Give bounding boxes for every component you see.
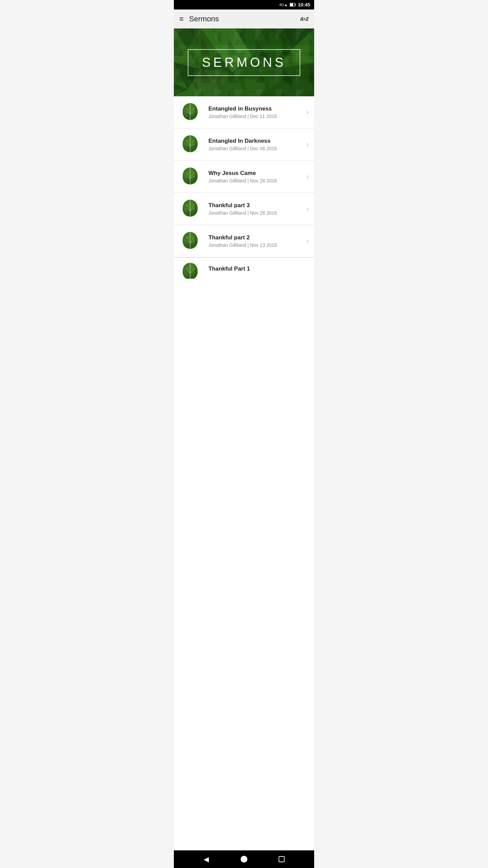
sermon-title: Entangled in Busyness bbox=[208, 105, 304, 112]
sermon-info: Entangled In Darkness Jonathan Gilliland… bbox=[208, 138, 304, 151]
sermon-title: Why Jesus Came bbox=[208, 170, 304, 177]
sermon-meta: Jonathan Gilliland | Dec 06 2016 bbox=[208, 146, 304, 151]
chevron-right-icon: › bbox=[306, 204, 309, 213]
sermon-item[interactable]: Entangled In Darkness Jonathan Gilliland… bbox=[174, 129, 314, 161]
time-display: 10:45 bbox=[298, 2, 310, 7]
sermon-speaker: Jonathan Gilliland bbox=[208, 114, 246, 119]
sermon-thumbnail bbox=[179, 197, 203, 221]
sermon-speaker: Jonathan Gilliland bbox=[208, 146, 246, 151]
hero-sermons-box: SERMONS bbox=[188, 49, 300, 76]
bottom-navigation-bar: ◀ bbox=[174, 850, 314, 868]
sermon-date: Nov 28 2016 bbox=[250, 178, 277, 183]
home-circle-icon bbox=[240, 855, 248, 863]
hero-banner: SERMONS bbox=[174, 28, 314, 96]
sermon-meta: Jonathan Gilliland | Nov 28 2016 bbox=[208, 210, 304, 216]
sermon-meta: Jonathan Gilliland | Nov 28 2016 bbox=[208, 178, 304, 183]
sermon-info: Thankful part 2 Jonathan Gilliland | Nov… bbox=[208, 234, 304, 248]
svg-rect-2 bbox=[290, 3, 293, 6]
sermon-title: Thankful part 3 bbox=[208, 202, 304, 209]
sermon-date: Nov 28 2016 bbox=[250, 210, 277, 216]
sermon-speaker: Jonathan Gilliland bbox=[208, 210, 246, 216]
hamburger-menu-icon[interactable]: ≡ bbox=[179, 15, 184, 23]
home-button[interactable] bbox=[237, 852, 251, 867]
chevron-right-icon: › bbox=[306, 172, 309, 181]
sermon-thumbnail bbox=[179, 133, 203, 156]
sermon-meta: Jonathan Gilliland | Dec 11 2016 bbox=[208, 114, 304, 119]
hero-sermons-text: SERMONS bbox=[202, 55, 286, 70]
sermon-list: Entangled in Busyness Jonathan Gilliland… bbox=[174, 96, 314, 850]
chevron-right-icon: › bbox=[306, 237, 309, 245]
back-button[interactable]: ◀ bbox=[199, 852, 214, 867]
app-bar: ≡ Sermons a›z bbox=[174, 9, 314, 28]
sermon-item[interactable]: Why Jesus Came Jonathan Gilliland | Nov … bbox=[174, 161, 314, 193]
svg-rect-29 bbox=[279, 856, 284, 862]
sermon-item[interactable]: Thankful part 2 Jonathan Gilliland | Nov… bbox=[174, 225, 314, 257]
sermon-date-sep: | bbox=[247, 178, 250, 183]
sermon-meta: Jonathan Gilliland | Nov 13 2016 bbox=[208, 242, 304, 248]
sermon-info: Thankful part 3 Jonathan Gilliland | Nov… bbox=[208, 202, 304, 216]
partial-sermon-title: Thankful Part 1 bbox=[208, 265, 250, 272]
svg-point-28 bbox=[241, 856, 247, 863]
battery-icon bbox=[290, 3, 296, 7]
svg-rect-1 bbox=[295, 4, 296, 6]
sermon-info: Why Jesus Came Jonathan Gilliland | Nov … bbox=[208, 170, 304, 183]
recent-apps-button[interactable] bbox=[274, 852, 289, 867]
sermon-thumbnail-partial bbox=[179, 260, 203, 279]
sermon-speaker: Jonathan Gilliland bbox=[208, 178, 246, 183]
sermon-item[interactable]: Thankful part 3 Jonathan Gilliland | Nov… bbox=[174, 193, 314, 225]
sermon-thumbnail bbox=[179, 100, 203, 124]
sermon-date-sep: | bbox=[247, 146, 250, 151]
sermon-date-sep: | bbox=[247, 210, 250, 216]
sermon-speaker: Jonathan Gilliland bbox=[208, 242, 246, 248]
az-sort-icon[interactable]: a›z bbox=[300, 15, 309, 22]
chevron-right-icon: › bbox=[306, 108, 309, 117]
chevron-right-icon: › bbox=[306, 140, 309, 149]
sermon-date-sep: | bbox=[247, 114, 250, 119]
sermon-date-sep: | bbox=[247, 242, 250, 248]
sermon-thumbnail bbox=[179, 165, 203, 189]
sermon-item-partial[interactable]: Thankful Part 1 bbox=[174, 257, 314, 281]
partial-sermon-info: Thankful Part 1 bbox=[208, 265, 250, 274]
sermon-title: Entangled In Darkness bbox=[208, 138, 304, 144]
sermon-date: Nov 13 2016 bbox=[250, 242, 277, 248]
sermon-title: Thankful part 2 bbox=[208, 234, 304, 241]
network-icon: 4G▲ bbox=[279, 3, 288, 7]
back-icon: ◀ bbox=[204, 855, 209, 863]
recent-apps-icon bbox=[279, 856, 285, 862]
page-title: Sermons bbox=[189, 15, 300, 23]
sermon-date: Dec 06 2016 bbox=[250, 146, 277, 151]
sermon-thumbnail bbox=[179, 229, 203, 253]
sermon-info: Entangled in Busyness Jonathan Gilliland… bbox=[208, 105, 304, 119]
sermon-item[interactable]: Entangled in Busyness Jonathan Gilliland… bbox=[174, 96, 314, 129]
status-bar: 4G▲ 10:45 bbox=[174, 0, 314, 9]
sermon-date: Dec 11 2016 bbox=[250, 114, 277, 119]
